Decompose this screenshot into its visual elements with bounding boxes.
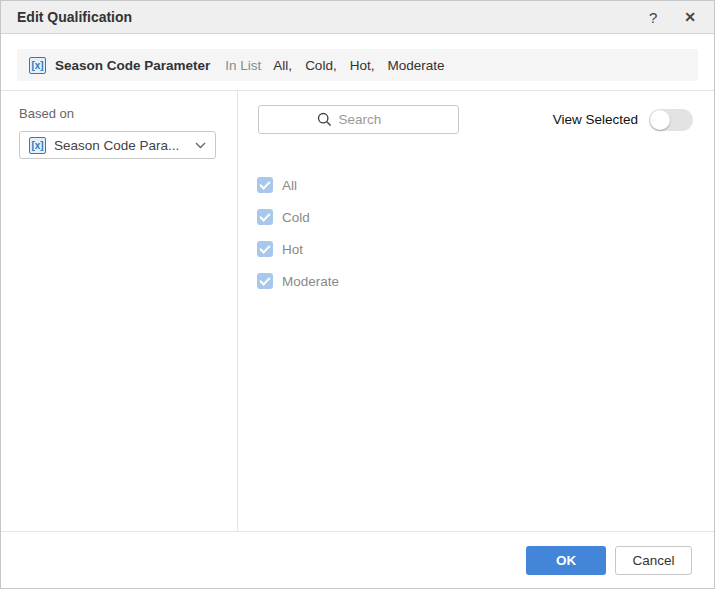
- qualification-values: All, Cold, Hot, Moderate: [273, 58, 457, 73]
- based-on-panel: Based on [x] Season Code Para...: [1, 91, 238, 531]
- view-selected-toggle[interactable]: [649, 109, 693, 131]
- list-item-label: Hot: [282, 242, 303, 257]
- qualification-operator: In List: [225, 58, 261, 73]
- search-icon: [317, 112, 332, 127]
- dialog-header: Edit Qualification ? ✕: [1, 1, 714, 34]
- list-item-label: Moderate: [282, 274, 339, 289]
- list-item[interactable]: Cold: [257, 201, 704, 233]
- checkbox-icon[interactable]: [257, 177, 273, 193]
- list-item[interactable]: All: [257, 169, 704, 201]
- view-selected-label: View Selected: [553, 112, 638, 127]
- toggle-knob: [650, 110, 670, 130]
- parameter-icon: [x]: [29, 57, 46, 74]
- list-item-label: Cold: [282, 210, 310, 225]
- qualification-attribute: Season Code Parameter: [55, 58, 210, 73]
- dialog-footer: OK Cancel: [1, 531, 714, 588]
- help-icon[interactable]: ?: [649, 10, 657, 25]
- elements-panel: View Selected All Cold Hot Moderate: [239, 91, 714, 531]
- list-item-label: All: [282, 178, 297, 193]
- based-on-dropdown[interactable]: [x] Season Code Para...: [19, 131, 216, 159]
- close-icon[interactable]: ✕: [684, 10, 696, 24]
- ok-button[interactable]: OK: [526, 546, 606, 575]
- qualification-value: Cold,: [305, 58, 337, 73]
- based-on-dropdown-value: Season Code Para...: [54, 138, 195, 153]
- search-box[interactable]: [258, 105, 459, 134]
- qualification-value: Moderate: [387, 58, 444, 73]
- search-input[interactable]: [339, 112, 401, 127]
- qualification-summary-bar: [x] Season Code Parameter In List All, C…: [17, 49, 698, 81]
- checkbox-icon[interactable]: [257, 273, 273, 289]
- list-item[interactable]: Moderate: [257, 265, 704, 297]
- edit-qualification-dialog: Edit Qualification ? ✕ [x] Season Code P…: [0, 0, 715, 589]
- chevron-down-icon: [195, 142, 206, 149]
- dialog-title: Edit Qualification: [17, 9, 649, 25]
- element-list: All Cold Hot Moderate: [257, 169, 704, 297]
- cancel-button[interactable]: Cancel: [615, 546, 692, 575]
- view-selected-control: View Selected: [553, 105, 693, 134]
- list-item[interactable]: Hot: [257, 233, 704, 265]
- qualification-value: All,: [273, 58, 292, 73]
- checkbox-icon[interactable]: [257, 209, 273, 225]
- checkbox-icon[interactable]: [257, 241, 273, 257]
- qualification-value: Hot,: [350, 58, 375, 73]
- based-on-label: Based on: [19, 106, 74, 121]
- parameter-icon: [x]: [29, 137, 46, 154]
